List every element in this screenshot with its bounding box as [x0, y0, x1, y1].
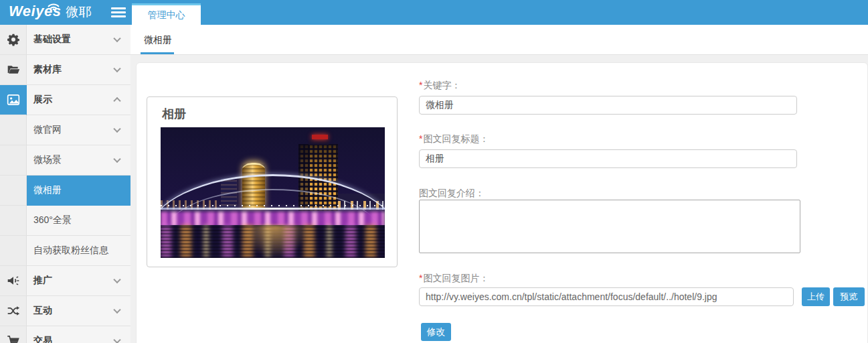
chevron-down-icon: [113, 125, 120, 133]
reply-image-label: *图文回复图片：: [419, 273, 489, 285]
sidebar-item-micro-scene[interactable]: 微场景: [0, 145, 131, 176]
cart-icon: [7, 334, 20, 343]
sidebar-nav: 基础设置 素材库 展示: [0, 25, 131, 343]
wifi-icon: [46, 2, 61, 10]
reply-title-input[interactable]: [419, 149, 797, 168]
sidebar-item-label: 推广: [33, 275, 52, 287]
reply-intro-textarea[interactable]: [419, 200, 800, 253]
tab-admin-center[interactable]: 管理中心: [132, 3, 201, 25]
album-title: 相册: [162, 106, 186, 122]
chevron-down-icon: [113, 276, 120, 283]
chevron-up-icon: [113, 97, 120, 105]
content-panel: 相册 *关键字： *图文回复标题： 图文回复介绍： *图文: [136, 62, 868, 343]
required-asterisk: *: [419, 80, 422, 90]
sidebar-item-label: 互动: [33, 305, 52, 317]
chevron-down-icon: [113, 155, 120, 163]
megaphone-icon: [7, 274, 20, 287]
preview-button[interactable]: 预览: [833, 287, 865, 306]
reply-title-label: *图文回复标题：: [419, 133, 489, 145]
sidebar-item-display[interactable]: 展示: [0, 85, 131, 115]
subtab-active-indicator: [141, 52, 174, 54]
upload-button[interactable]: 上传: [802, 287, 830, 306]
submit-modify-button[interactable]: 修改: [421, 323, 451, 341]
reply-intro-label: 图文回复介绍：: [419, 188, 485, 200]
sidebar-item-label: 交易: [33, 335, 52, 343]
sidebar-item-micro-site[interactable]: 微官网: [0, 115, 131, 145]
sidebar-item-material-library[interactable]: 素材库: [0, 55, 131, 85]
keyword-input[interactable]: [419, 96, 797, 115]
sidebar-item-label: 展示: [33, 94, 52, 106]
folder-icon: [7, 63, 20, 76]
sidebar-item-auto-fans-info[interactable]: 自动获取粉丝信息: [0, 236, 131, 266]
subtab-bar: 微相册: [131, 25, 868, 55]
required-asterisk: *: [419, 273, 422, 283]
sidebar-item-basic-settings[interactable]: 基础设置: [0, 25, 131, 55]
sidebar-item-trade[interactable]: 交易: [0, 326, 131, 343]
sidebar-item-label: 360°全景: [33, 214, 72, 226]
top-header-bar: Weiyes 微耶 管理中心: [0, 0, 868, 25]
sidebar-item-micro-album[interactable]: 微相册: [0, 176, 131, 206]
required-asterisk: *: [419, 133, 422, 144]
chevron-down-icon: [113, 65, 120, 72]
sidebar-item-label: 自动获取粉丝信息: [33, 245, 108, 257]
reply-image-url-input[interactable]: [419, 287, 794, 306]
sidebar-item-label: 微官网: [33, 124, 62, 136]
chevron-down-icon: [113, 306, 120, 314]
sidebar-item-360-panorama[interactable]: 360°全景: [0, 206, 131, 236]
sidebar-item-promotion[interactable]: 推广: [0, 266, 131, 296]
sidebar-item-interaction[interactable]: 互动: [0, 296, 131, 326]
sidebar-item-label: 基础设置: [33, 33, 71, 46]
sidebar-item-label: 微相册: [33, 184, 62, 196]
chevron-down-icon: [113, 336, 120, 343]
app-logo: Weiyes 微耶: [9, 3, 91, 21]
sidebar-item-label: 素材库: [33, 64, 62, 76]
keyword-label: *关键字：: [419, 80, 460, 92]
image-icon: [7, 93, 20, 107]
album-photo: [161, 127, 385, 258]
subtab-micro-album[interactable]: 微相册: [141, 25, 175, 55]
sidebar-item-label: 微场景: [33, 154, 62, 166]
gear-icon: [7, 33, 20, 46]
chevron-down-icon: [113, 35, 120, 42]
menu-toggle-button[interactable]: [111, 7, 126, 17]
logo-text-cn: 微耶: [66, 3, 91, 21]
shuffle-icon: [7, 304, 20, 318]
album-preview-card: 相册: [147, 96, 398, 267]
